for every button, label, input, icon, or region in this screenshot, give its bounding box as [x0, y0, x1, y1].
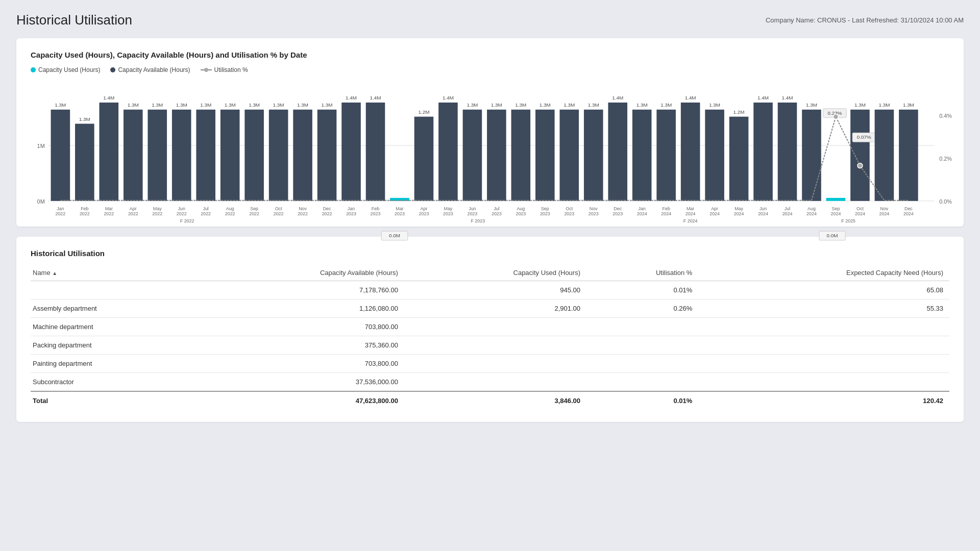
svg-text:1.3M: 1.3M — [806, 102, 817, 108]
svg-text:1.3M: 1.3M — [200, 102, 211, 108]
svg-text:2023: 2023 — [516, 211, 526, 216]
svg-text:1.3M: 1.3M — [322, 102, 333, 108]
svg-text:1.4M: 1.4M — [443, 95, 454, 101]
svg-text:2024: 2024 — [782, 211, 793, 216]
bar-19 — [511, 110, 531, 201]
svg-text:1.4M: 1.4M — [782, 95, 793, 101]
svg-text:1.3M: 1.3M — [273, 102, 284, 108]
cell-capacity_used — [404, 355, 586, 373]
col-capacity-used: Capacity Used (Hours) — [404, 266, 586, 281]
svg-text:1.3M: 1.3M — [878, 102, 890, 108]
bar-23 — [608, 103, 627, 201]
bar-25 — [656, 110, 676, 201]
company-info: Company Name: CRONUS - Last Refreshed: 3… — [766, 16, 964, 24]
chart-card: Capacity Used (Hours), Capacity Availabl… — [16, 38, 964, 227]
svg-text:Feb: Feb — [81, 206, 88, 211]
svg-text:1.3M: 1.3M — [491, 102, 502, 108]
legend-utilisation: Utilisation % — [201, 66, 248, 73]
svg-text:1.4M: 1.4M — [370, 95, 381, 101]
chart-legend: Capacity Used (Hours) Capacity Available… — [31, 66, 949, 73]
svg-text:Jan: Jan — [348, 206, 355, 211]
svg-text:2024: 2024 — [685, 211, 696, 216]
col-name[interactable]: Name ▲ — [31, 266, 197, 281]
svg-text:1.3M: 1.3M — [79, 116, 90, 122]
cell-capacity_used — [404, 318, 586, 336]
page-title: Historical Utilisation — [16, 12, 132, 28]
svg-text:2024: 2024 — [831, 211, 841, 216]
svg-text:Jan: Jan — [639, 206, 646, 211]
bar-5 — [172, 110, 191, 201]
legend-used-label: Capacity Used (Hours) — [38, 66, 100, 73]
cell-name: Packing department — [31, 336, 197, 355]
svg-text:2022: 2022 — [225, 211, 235, 216]
svg-text:2023: 2023 — [419, 211, 429, 216]
svg-text:0M: 0M — [37, 198, 45, 205]
svg-text:Mar: Mar — [105, 206, 113, 211]
bar-11 — [317, 110, 337, 201]
bar-27 — [705, 110, 724, 201]
svg-text:2024: 2024 — [806, 211, 817, 216]
cell-capacity_available: 703,800.00 — [197, 355, 404, 373]
svg-text:Sep: Sep — [832, 206, 840, 211]
legend-available-dot — [110, 67, 115, 72]
bar-30 — [778, 103, 797, 201]
svg-text:2022: 2022 — [274, 211, 284, 216]
cell-capacity_used: 945.00 — [404, 281, 586, 299]
svg-text:Mar: Mar — [396, 206, 403, 211]
legend-capacity-available: Capacity Available (Hours) — [110, 66, 190, 73]
svg-text:Aug: Aug — [226, 206, 234, 211]
historical-utilisation-table: Name ▲ Capacity Available (Hours) Capaci… — [31, 266, 949, 410]
svg-text:Oct: Oct — [275, 206, 282, 211]
svg-text:1.4M: 1.4M — [103, 95, 114, 101]
svg-text:Aug: Aug — [807, 206, 816, 211]
cell-name: Painting department — [31, 355, 197, 373]
bar-18 — [487, 110, 506, 201]
cell-expected_capacity — [698, 355, 949, 373]
bar-4 — [148, 110, 167, 201]
svg-text:1.3M: 1.3M — [636, 102, 648, 108]
svg-text:Nov: Nov — [590, 206, 598, 211]
svg-text:1.3M: 1.3M — [709, 102, 720, 108]
total-row: Total 47,623,800.00 3,846.00 0.01% 120.4… — [31, 391, 949, 410]
svg-text:Nov: Nov — [299, 206, 307, 211]
svg-text:1.3M: 1.3M — [467, 102, 478, 108]
svg-text:1.2M: 1.2M — [418, 109, 429, 115]
svg-text:2024: 2024 — [734, 211, 744, 216]
svg-text:2023: 2023 — [540, 211, 550, 216]
svg-text:F 2023: F 2023 — [471, 218, 485, 223]
table-body: 7,178,760.00945.000.01%65.08Assembly dep… — [31, 281, 949, 392]
svg-text:0.0M: 0.0M — [389, 233, 400, 238]
cell-utilisation: 0.01% — [586, 281, 698, 299]
svg-text:1.3M: 1.3M — [297, 102, 308, 108]
svg-text:2022: 2022 — [322, 211, 332, 216]
chart-title: Capacity Used (Hours), Capacity Availabl… — [31, 51, 949, 59]
svg-text:1.3M: 1.3M — [660, 102, 672, 108]
svg-text:1.3M: 1.3M — [854, 102, 866, 108]
svg-text:1.3M: 1.3M — [176, 102, 187, 108]
table-card: Historical Utilisation Name ▲ Capacity A… — [16, 237, 964, 422]
svg-text:2023: 2023 — [612, 211, 623, 216]
svg-text:2022: 2022 — [201, 211, 211, 216]
svg-text:2022: 2022 — [298, 211, 308, 216]
svg-text:1.4M: 1.4M — [346, 95, 357, 101]
bar-33 — [850, 110, 870, 201]
page-container: Historical Utilisation Company Name: CRO… — [0, 0, 980, 551]
svg-text:F 2025: F 2025 — [841, 218, 855, 223]
svg-text:Jun: Jun — [760, 206, 767, 211]
svg-text:1.3M: 1.3M — [128, 102, 139, 108]
svg-text:May: May — [153, 206, 162, 211]
svg-text:1M: 1M — [37, 143, 45, 149]
table-row: Subcontractor37,536,000.00 — [31, 373, 949, 392]
svg-text:2023: 2023 — [371, 211, 381, 216]
svg-text:2022: 2022 — [177, 211, 187, 216]
table-footer: Total 47,623,800.00 3,846.00 0.01% 120.4… — [31, 391, 949, 410]
svg-text:2024: 2024 — [661, 211, 671, 216]
chart-svg: 0M 1M 0.0% 0.2% 0.4% 1.3M Jan 2022 — [31, 82, 949, 214]
cell-utilisation — [586, 373, 698, 392]
bar-34 — [875, 110, 894, 201]
cell-expected_capacity — [698, 373, 949, 392]
bar-7 — [220, 110, 240, 201]
bar-0 — [51, 110, 70, 201]
svg-text:0.0%: 0.0% — [939, 198, 952, 205]
svg-text:Jul: Jul — [203, 206, 208, 211]
